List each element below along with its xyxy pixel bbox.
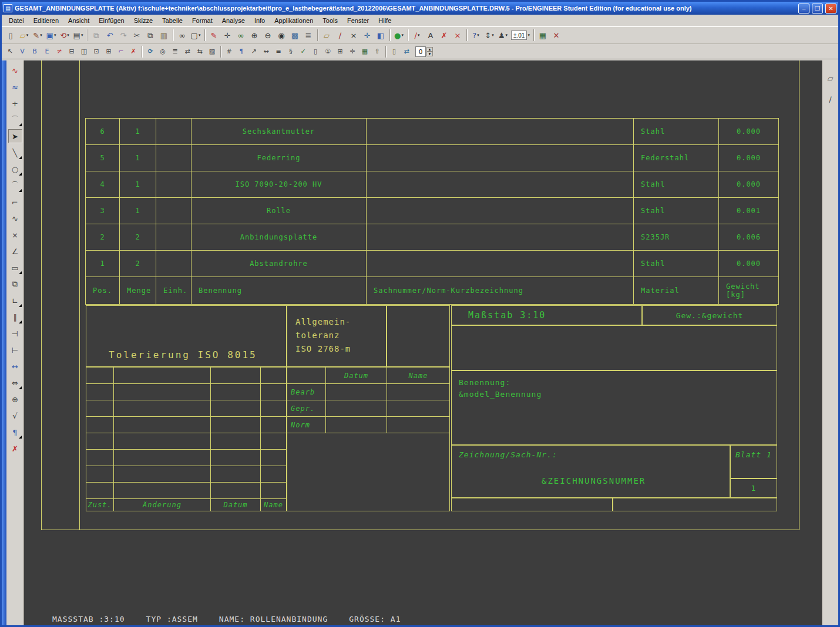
bom-cell-benennung[interactable]: Anbindungsplatte xyxy=(191,224,367,251)
point-tool[interactable]: × xyxy=(8,228,22,242)
tolerance-display-button[interactable]: ±.01▾ xyxy=(510,29,531,42)
blatt-box[interactable]: Blatt 1 xyxy=(730,445,777,478)
divide-tool[interactable]: ⊢ xyxy=(8,343,22,357)
web-globe-button[interactable]: ●▾ xyxy=(392,29,405,42)
menu-item-skizze[interactable]: Skizze xyxy=(129,16,157,25)
spectacles-button[interactable]: ∞ xyxy=(234,29,247,42)
insert-column-icon[interactable]: ◫ xyxy=(78,46,90,58)
zoom-in-button[interactable]: ⊕ xyxy=(248,29,261,42)
maximize-button[interactable]: ❐ xyxy=(812,4,823,14)
zoom-fit-button[interactable]: ◉ xyxy=(275,29,288,42)
menu-item-ansicht[interactable]: Ansicht xyxy=(63,16,94,25)
zeichnungsnummer-box[interactable]: Zeichnung/Sach-Nr.: &ZEICHNUNGSNUMMER xyxy=(451,445,730,498)
unmerge-cells-icon[interactable]: ⊞ xyxy=(103,46,115,58)
line-style-button[interactable]: ∕▾ xyxy=(411,29,424,42)
bom-cell-gewicht[interactable]: 0.000 xyxy=(719,251,779,277)
bom-header-sachnummer[interactable]: Sachnummer/Norm-Kurzbezeichnung xyxy=(367,277,634,305)
leader-icon[interactable]: ↗ xyxy=(248,46,260,58)
save-button[interactable]: ▣▾ xyxy=(45,29,58,42)
bom-cell-benennung[interactable]: Abstandrohre xyxy=(191,251,367,277)
allgemeintoleranz-box[interactable]: Allgemein- toleranz ISO 2768-m xyxy=(287,305,387,367)
bom-cell-benennung[interactable]: Sechskantmutter xyxy=(191,119,367,145)
copy-button[interactable]: ⧉ xyxy=(144,29,157,42)
bom-cell-menge[interactable]: 1 xyxy=(120,119,156,145)
bom-cell-gewicht[interactable]: 0.000 xyxy=(719,171,779,198)
menu-item-datei[interactable]: Datei xyxy=(4,16,29,25)
footer-cell-left[interactable] xyxy=(451,498,613,511)
table-file-icon[interactable]: ≣ xyxy=(169,46,181,58)
rectangle-tool[interactable]: ▭ xyxy=(8,261,22,275)
empty-box[interactable] xyxy=(387,305,450,367)
bom-cell-pos[interactable]: 2 xyxy=(86,224,120,251)
approval-table[interactable]: Datum Name Bearb Gepr. Norm xyxy=(287,367,450,511)
trim-tool[interactable]: ⊣ xyxy=(8,326,22,341)
text-style-button[interactable]: A xyxy=(424,29,437,42)
bom-cell-gewicht[interactable]: 0.006 xyxy=(719,224,779,251)
bom-header-menge[interactable]: Menge xyxy=(120,277,156,305)
pan-button[interactable]: ✛ xyxy=(221,29,234,42)
bom-cell-gewicht[interactable]: 0.001 xyxy=(719,198,779,224)
repeat-region-icon[interactable]: ⟳ xyxy=(145,46,156,58)
note-tool[interactable]: ¶ xyxy=(8,425,22,439)
draft-line-icon[interactable]: ∕ xyxy=(824,92,838,106)
select-arrow-tool[interactable]: ➤ xyxy=(8,129,22,143)
massstab-box[interactable]: Maßstab 3:10 xyxy=(451,305,642,325)
balloon-icon[interactable]: ◎ xyxy=(157,46,169,58)
sketcher-button[interactable]: ✎ xyxy=(207,29,220,42)
use-edge-tool[interactable]: ∟ xyxy=(8,294,22,308)
highlight-red-icon[interactable]: ≠ xyxy=(53,46,65,58)
bom-cell-sachnummer[interactable] xyxy=(367,119,634,145)
circle-tool[interactable]: ○ xyxy=(8,162,22,176)
sheet-page-icon[interactable]: ▯ xyxy=(310,46,321,58)
empty-right-box[interactable] xyxy=(451,325,777,370)
bom-cell-material[interactable]: Federstahl xyxy=(634,145,719,171)
bom-header-pos[interactable]: Pos. xyxy=(86,277,120,305)
bom-cell-material[interactable]: Stahl xyxy=(634,171,719,198)
model-tree-sash[interactable] xyxy=(2,60,6,625)
bom-cell-einh[interactable] xyxy=(156,119,191,145)
bom-cell-menge[interactable]: 2 xyxy=(120,251,156,277)
table-origin-icon[interactable]: ⌐ xyxy=(115,46,127,58)
bom-header-material[interactable]: Material xyxy=(634,277,719,305)
edit-hatch-tool[interactable]: ≈ xyxy=(8,80,22,94)
offset-tool[interactable]: ∥ xyxy=(8,310,22,324)
repaint-button[interactable]: ▩ xyxy=(288,29,301,42)
duplicate-button[interactable]: ⧉ xyxy=(90,29,103,42)
bom-cell-einh[interactable] xyxy=(156,171,191,198)
undo-button[interactable]: ↶ xyxy=(103,29,116,42)
close-window-button[interactable]: ✕ xyxy=(550,29,563,42)
bom-cell-benennung[interactable]: Rolle xyxy=(191,198,367,224)
fillet-tool[interactable]: ⌐ xyxy=(8,195,22,209)
drawing-canvas[interactable]: 61SechskantmutterStahl0.00051FederringFe… xyxy=(24,60,822,625)
bom-cell-einh[interactable] xyxy=(156,224,191,251)
delete-tool[interactable]: ✗ xyxy=(8,441,22,456)
sheet-setup-icon[interactable]: ▱ xyxy=(824,71,838,85)
spline-tool[interactable]: ∿ xyxy=(8,211,22,225)
redo-button[interactable]: ↷ xyxy=(117,29,130,42)
footer-cell-right[interactable] xyxy=(613,498,777,511)
zoom-out-button[interactable]: ⊖ xyxy=(261,29,274,42)
undo-history-button[interactable]: ⟲▾ xyxy=(58,29,71,42)
menu-item-tools[interactable]: Tools xyxy=(318,16,342,25)
update-tables-button[interactable]: ▦ xyxy=(536,29,549,42)
update-sheet-icon[interactable]: ⇄ xyxy=(401,46,412,58)
bom-cell-benennung[interactable]: ISO 7090-20-200 HV xyxy=(191,171,367,198)
revision-table[interactable]: Zust.ÄnderungDatumName xyxy=(86,367,287,511)
page-setup-icon[interactable]: ▯ xyxy=(388,46,400,58)
format-b-icon[interactable]: B xyxy=(29,46,41,58)
format-e-icon[interactable]: E xyxy=(41,46,53,58)
print-button[interactable]: ▤▾ xyxy=(72,29,85,42)
bom-cell-gewicht[interactable]: 0.000 xyxy=(719,119,779,145)
bom-cell-gewicht[interactable]: 0.000 xyxy=(719,145,779,171)
menu-item-info[interactable]: Info xyxy=(250,16,270,25)
bom-cell-material[interactable]: Stahl xyxy=(634,198,719,224)
mirror-tool[interactable]: ⧉ xyxy=(8,277,22,291)
dimension-icon[interactable]: ↔ xyxy=(260,46,272,58)
bom-cell-einh[interactable] xyxy=(156,251,191,277)
save-table-icon[interactable]: ▦ xyxy=(359,46,371,58)
crosshair-tool[interactable]: + xyxy=(8,96,22,110)
menu-item-einfgen[interactable]: Einfügen xyxy=(94,16,129,25)
arc-tool[interactable]: ⌒ xyxy=(8,178,22,193)
fit-width-icon[interactable]: ⇆ xyxy=(194,46,206,58)
bom-cell-benennung[interactable]: Federring xyxy=(191,145,367,171)
